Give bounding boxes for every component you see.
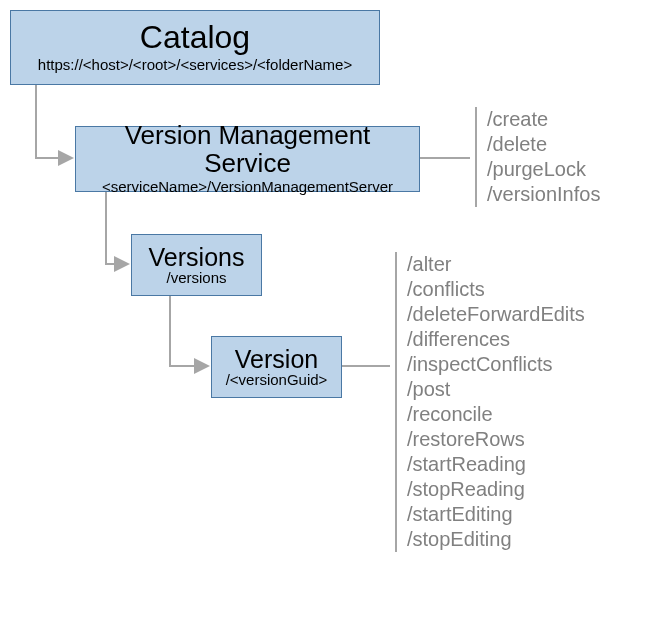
endpoint-item: /reconcile bbox=[407, 402, 585, 427]
endpoint-item: /conflicts bbox=[407, 277, 585, 302]
node-catalog: Catalog https://<host>/<root>/<services>… bbox=[10, 10, 380, 85]
node-versions-title: Versions bbox=[149, 244, 245, 270]
endpoint-item: /deleteForwardEdits bbox=[407, 302, 585, 327]
endpoint-item: /post bbox=[407, 377, 585, 402]
endpoint-item: /create bbox=[487, 107, 600, 132]
node-catalog-subtitle: https://<host>/<root>/<services>/<folder… bbox=[38, 57, 352, 74]
endpoint-item: /differences bbox=[407, 327, 585, 352]
endpoint-item: /inspectConflicts bbox=[407, 352, 585, 377]
endpoint-item: /alter bbox=[407, 252, 585, 277]
endpoint-item: /startEditing bbox=[407, 502, 585, 527]
node-versions: Versions /versions bbox=[131, 234, 262, 296]
endpoints-version: /alter /conflicts /deleteForwardEdits /d… bbox=[395, 252, 585, 552]
node-versions-subtitle: /versions bbox=[166, 270, 226, 287]
node-catalog-title: Catalog bbox=[140, 21, 250, 55]
endpoint-item: /stopReading bbox=[407, 477, 585, 502]
node-version: Version /<versionGuid> bbox=[211, 336, 342, 398]
node-version-management-service: Version Management Service <serviceName>… bbox=[75, 126, 420, 192]
diagram-canvas: Catalog https://<host>/<root>/<services>… bbox=[0, 0, 650, 617]
endpoint-item: /restoreRows bbox=[407, 427, 585, 452]
endpoint-item: /purgeLock bbox=[487, 157, 600, 182]
endpoints-vms: /create /delete /purgeLock /versionInfos bbox=[475, 107, 600, 207]
node-vms-title: Version Management Service bbox=[82, 122, 413, 177]
endpoint-item: /startReading bbox=[407, 452, 585, 477]
node-vms-subtitle: <serviceName>/VersionManagementServer bbox=[102, 179, 393, 196]
endpoint-item: /delete bbox=[487, 132, 600, 157]
endpoint-item: /stopEditing bbox=[407, 527, 585, 552]
node-version-title: Version bbox=[235, 346, 318, 372]
node-version-subtitle: /<versionGuid> bbox=[226, 372, 328, 389]
endpoint-item: /versionInfos bbox=[487, 182, 600, 207]
